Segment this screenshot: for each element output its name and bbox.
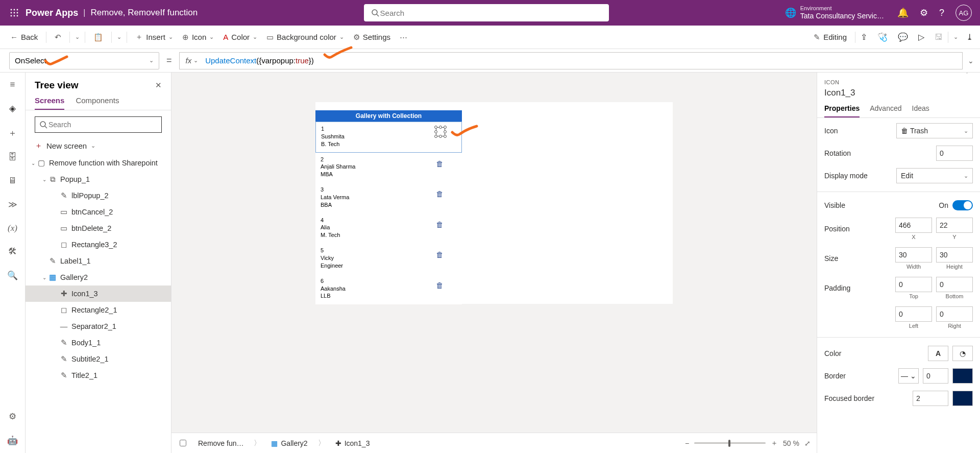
search-rail-icon[interactable]: 🔍 — [7, 270, 18, 281]
new-screen-button[interactable]: ＋New screen⌄ — [26, 139, 171, 155]
insert-button[interactable]: ＋Insert⌄ — [132, 30, 176, 44]
prop-y-input[interactable]: 22 — [936, 218, 973, 233]
tree-node-label[interactable]: ✎lblPopup_2 — [26, 187, 171, 204]
gallery-item[interactable]: 1 Sushmita B. Tech — [315, 122, 462, 153]
trash-icon[interactable]: 🗑 — [436, 250, 444, 260]
tree-node-label[interactable]: ✎Label1_1 — [26, 253, 171, 269]
hamburger-icon[interactable]: ≡ — [10, 80, 15, 90]
expand-props-icon[interactable]: 〉 — [966, 73, 973, 76]
gallery-item[interactable]: 3 Lata Verma BBA 🗑 — [315, 183, 462, 213]
tree-node-rect[interactable]: ◻Rectangle3_2 — [26, 236, 171, 253]
tab-advanced[interactable]: Advanced — [870, 104, 901, 117]
formula-input[interactable]: fx⌄ UpdateContext({varpopup: true}) — [179, 52, 963, 69]
media-icon[interactable]: 🖥 — [8, 176, 17, 186]
fit-to-window-icon[interactable]: ⤢ — [804, 439, 811, 447]
global-search-input[interactable] — [379, 8, 602, 18]
tree-node-label[interactable]: ✎Title2_1 — [26, 367, 171, 384]
prop-color-fill[interactable]: ◔ — [952, 346, 973, 361]
prop-border-input[interactable]: 0 — [923, 368, 948, 384]
tree-node-icon-selected[interactable]: ✚Icon1_3 — [26, 285, 171, 302]
prop-visible-toggle[interactable] — [952, 200, 973, 210]
data-icon[interactable]: 🗄 — [8, 152, 17, 162]
gallery-item[interactable]: 5 Vicky Engineer 🗑 — [315, 244, 462, 274]
gallery-item[interactable]: 6 Aakansha LLB 🗑 — [315, 274, 462, 305]
environment-picker[interactable]: 🌐 Environment Tata Consultancy Servic… — [785, 6, 884, 20]
breadcrumb-screen-checkbox[interactable] — [180, 440, 186, 446]
tab-properties[interactable]: Properties — [824, 104, 860, 117]
tree-search[interactable] — [35, 116, 162, 133]
property-dropdown[interactable]: OnSelect ⌄ — [9, 52, 159, 69]
tab-ideas[interactable]: Ideas — [912, 104, 929, 117]
prop-x-input[interactable]: 466 — [895, 218, 932, 233]
zoom-in-icon[interactable]: ＋ — [771, 439, 778, 448]
global-search[interactable] — [364, 4, 609, 21]
prop-display-dropdown[interactable]: Edit⌄ — [896, 168, 973, 183]
prop-fborder-input[interactable]: 2 — [913, 391, 948, 406]
breadcrumb-gallery[interactable]: ▦Gallery2 — [267, 438, 311, 448]
zoom-out-icon[interactable]: − — [685, 439, 689, 447]
paste-button[interactable]: 📋 — [90, 31, 106, 44]
tree-node-gallery[interactable]: ⌄▦Gallery2 — [26, 269, 171, 285]
prop-border-style[interactable]: — ⌄ — [898, 368, 919, 384]
paste-chevron[interactable]: ⌄ — [117, 34, 121, 40]
canvas[interactable]: Gallery with Collection 1 Sushmita B. Te… — [172, 73, 817, 433]
editing-mode[interactable]: ✎Editing — [811, 31, 850, 44]
insert-pane-icon[interactable]: ＋ — [8, 127, 17, 139]
prop-height-input[interactable]: 30 — [936, 247, 973, 263]
fx-chevron[interactable]: ⌄ — [193, 57, 198, 64]
undo-button[interactable]: ↶ — [52, 31, 64, 44]
more-button[interactable]: ⋯ — [397, 31, 410, 44]
prop-pad-right[interactable]: 0 — [936, 306, 973, 322]
tools-icon[interactable]: 🛠 — [8, 247, 17, 257]
breadcrumb-icon[interactable]: ✚Icon1_3 — [331, 438, 374, 448]
tab-components[interactable]: Components — [76, 96, 119, 110]
tree-node-label[interactable]: ✎Subtitle2_1 — [26, 351, 171, 367]
tree-node-button[interactable]: ▭btnDelete_2 — [26, 220, 171, 236]
tree-node-label[interactable]: ✎Body1_1 — [26, 335, 171, 351]
tree-search-input[interactable] — [47, 120, 157, 129]
breadcrumb-screen[interactable]: Remove fun… — [194, 438, 248, 448]
bgcolor-button[interactable]: ▭Background color⌄ — [263, 31, 347, 44]
back-button[interactable]: ←Back — [7, 31, 41, 43]
comments-icon[interactable]: 💬 — [898, 32, 908, 42]
icon-button[interactable]: ⊕Icon⌄ — [179, 31, 217, 44]
tree-view-icon[interactable]: ◈ — [9, 103, 16, 114]
tree-node-screen[interactable]: ⌄▢Remove function with Sharepoint — [26, 155, 171, 171]
tree-node-group[interactable]: ⌄⧉Popup_1 — [26, 171, 171, 187]
prop-color-font[interactable]: A — [928, 346, 948, 361]
checker-icon[interactable]: 🩺 — [877, 32, 888, 42]
settings-rail-icon[interactable]: ⚙ — [9, 411, 16, 422]
preview-icon[interactable]: ▷ — [918, 32, 924, 42]
app-launcher-icon[interactable] — [5, 4, 23, 22]
tab-screens[interactable]: Screens — [35, 96, 64, 110]
variables-icon[interactable]: (x) — [8, 223, 17, 233]
tree-node-separator[interactable]: ―Separator2_1 — [26, 318, 171, 335]
tree-node-button[interactable]: ▭btnCancel_2 — [26, 204, 171, 220]
close-tree-icon[interactable]: ✕ — [155, 81, 162, 90]
virtual-agent-icon[interactable]: 🤖 — [7, 435, 18, 446]
settings-gear-icon[interactable]: ⚙ — [920, 7, 928, 18]
prop-fborder-color[interactable] — [952, 391, 973, 406]
trash-icon[interactable]: 🗑 — [436, 280, 444, 291]
prop-rotation-input[interactable]: 0 — [936, 146, 973, 161]
notifications-icon[interactable]: 🔔 — [897, 7, 909, 18]
user-avatar[interactable]: AG — [955, 5, 972, 21]
settings-button[interactable]: ⚙Settings — [350, 31, 394, 44]
prop-border-color[interactable] — [952, 368, 973, 384]
color-button[interactable]: AColor⌄ — [220, 31, 260, 43]
trash-icon[interactable]: 🗑 — [436, 159, 444, 169]
prop-pad-bottom[interactable]: 0 — [936, 277, 973, 292]
gallery-item[interactable]: 2 Anjali Sharma MBA 🗑 — [315, 153, 462, 183]
trash-icon[interactable]: 🗑 — [436, 220, 444, 230]
help-icon[interactable]: ? — [939, 8, 944, 18]
prop-icon-dropdown[interactable]: 🗑 Trash⌄ — [896, 123, 973, 138]
selection-handles[interactable] — [435, 126, 446, 137]
save-chevron[interactable]: ⌄ — [953, 34, 958, 40]
prop-pad-left[interactable]: 0 — [895, 306, 932, 322]
save-icon[interactable]: 🖫 — [935, 33, 943, 42]
publish-icon[interactable]: ⤓ — [966, 32, 973, 42]
prop-width-input[interactable]: 30 — [895, 247, 932, 263]
powerautomate-icon[interactable]: ≫ — [8, 199, 17, 210]
share-icon[interactable]: ⇪ — [861, 32, 867, 42]
zoom-slider[interactable] — [694, 442, 766, 444]
